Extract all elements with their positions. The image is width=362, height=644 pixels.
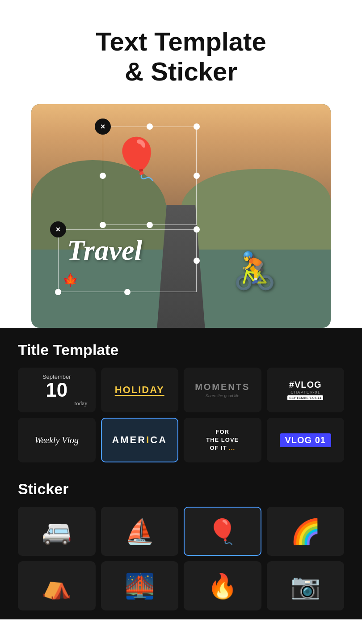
sep-cursive: today <box>75 400 88 407</box>
template-grid: September 10 today HOLIDAY MOMENTS Share… <box>18 368 344 462</box>
sticker-fire[interactable]: 🔥 <box>184 561 261 610</box>
template-weekly-vlog[interactable]: Weekly Vlog <box>18 418 96 462</box>
sticker-bridge[interactable]: 🌉 <box>101 561 179 610</box>
balloon-sticker-emoji: 🎈 <box>207 517 237 546</box>
handle-bottom-mid[interactable] <box>147 222 153 228</box>
vlog-main-text: #VLOG <box>289 380 322 390</box>
forlove-text: FORTHE LOVEOF IT ... <box>206 428 239 453</box>
travel-text-label: Travel <box>67 234 142 267</box>
sticker-boat[interactable]: ⛵ <box>101 507 179 556</box>
america-i: I <box>146 434 150 445</box>
camper-emoji: 🚐 <box>42 517 72 546</box>
template-forlove[interactable]: FORTHE LOVEOF IT ... <box>184 418 261 462</box>
balloon-emoji: 🎈 <box>112 136 162 182</box>
handle-top-mid[interactable] <box>147 123 153 130</box>
travel-sticker-selected[interactable]: × Travel 🍁 <box>58 229 197 292</box>
sticker-rainbow[interactable]: 🌈 <box>267 507 345 556</box>
sticker-heading: Sticker <box>18 480 344 498</box>
camera-emoji: 📷 <box>290 572 320 600</box>
template-moments[interactable]: MOMENTS Share the good life <box>184 368 261 412</box>
template-vlog[interactable]: #VLOG CHAPTER-01 SEPTEMBER-05-11 <box>267 368 345 412</box>
template-holiday[interactable]: HOLIDAY <box>101 368 179 412</box>
sticker-balloon[interactable]: 🎈 <box>184 507 261 556</box>
template-america[interactable]: AMERICA <box>101 418 179 462</box>
vlog01-text: VLOG 01 <box>280 433 331 447</box>
balloon-close-button[interactable]: × <box>95 119 111 135</box>
balloon-sticker-selected[interactable]: × 🎈 <box>103 127 197 225</box>
moments-subtitle: Share the good life <box>206 394 240 398</box>
handle-mid-right[interactable] <box>194 173 200 179</box>
template-vlog01[interactable]: VLOG 01 <box>267 418 345 462</box>
rainbow-emoji: 🌈 <box>290 517 320 546</box>
tent-emoji: ⛺ <box>42 572 72 600</box>
vlog-chapter: CHAPTER-01 <box>290 390 320 394</box>
header: Text Template & Sticker <box>0 0 362 104</box>
travel-handle-mr[interactable] <box>194 258 200 264</box>
maple-sticker: 🍁 <box>63 273 78 288</box>
boat-emoji: ⛵ <box>125 517 155 546</box>
america-text: AMERICA <box>112 434 167 446</box>
weekly-vlog-text: Weekly Vlog <box>34 435 79 445</box>
travel-handle-bm[interactable] <box>124 289 130 295</box>
sticker-camera[interactable]: 📷 <box>267 561 345 610</box>
page-title: Text Template & Sticker <box>9 27 353 86</box>
fire-emoji: 🔥 <box>207 572 237 600</box>
forlove-dots: ... <box>229 445 235 451</box>
travel-handle-bl[interactable] <box>55 289 61 295</box>
sticker-camper[interactable]: 🚐 <box>18 507 96 556</box>
sticker-tent[interactable]: ⛺ <box>18 561 96 610</box>
title-template-heading: Title Template <box>18 341 344 359</box>
bottom-panel: Title Template September 10 today HOLIDA… <box>0 328 362 619</box>
sticker-grid: 🚐 ⛵ 🎈 🌈 ⛺ 🌉 🔥 📷 <box>18 507 344 610</box>
sep-day: 10 <box>46 380 67 400</box>
cyclist-figure: 🚴 <box>232 250 277 292</box>
moments-title: MOMENTS <box>195 382 250 392</box>
travel-close-button[interactable]: × <box>50 221 66 237</box>
vlog-date: SEPTEMBER-05-11 <box>287 395 323 400</box>
holiday-text: HOLIDAY <box>115 384 164 396</box>
bridge-emoji: 🌉 <box>125 572 155 600</box>
canvas-area[interactable]: 🚴 × 🎈 × Travel 🍁 <box>31 104 331 328</box>
template-sep10[interactable]: September 10 today <box>18 368 96 412</box>
handle-mid-left[interactable] <box>100 173 106 179</box>
